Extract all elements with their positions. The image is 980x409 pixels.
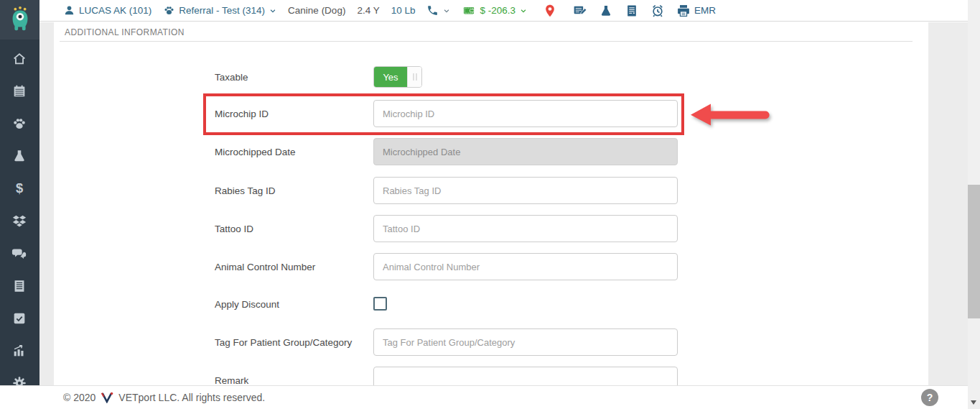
svg-text:$: $ [16, 180, 23, 196]
patient-form-card: ADDITIONAL INFORMATION Taxable Yes Micro… [54, 22, 928, 385]
microchip-id-input[interactable] [373, 100, 678, 127]
chevron-down-icon [520, 7, 527, 14]
animal-control-row: Animal Control Number [54, 253, 928, 280]
vertical-scrollbar[interactable] [968, 0, 980, 409]
animal-control-input[interactable] [373, 253, 678, 280]
apply-discount-row: Apply Discount [54, 290, 928, 318]
microchipped-date-input [373, 138, 678, 165]
patient-tag-label: Tag For Patient Group/Category [215, 328, 369, 356]
patient-person-icon [63, 4, 75, 17]
emr-button[interactable]: EMR [676, 4, 716, 18]
monster-mascot-icon [6, 5, 34, 35]
paw-icon[interactable] [11, 116, 27, 132]
apply-discount-checkbox[interactable] [373, 297, 387, 311]
printer-emr-icon [676, 4, 691, 18]
microchipped-date-label: Microchipped Date [215, 138, 369, 165]
tattoo-id-input[interactable] [373, 215, 678, 242]
taxable-label: Taxable [215, 66, 369, 88]
chat-icon[interactable] [11, 246, 27, 262]
page-background: ADDITIONAL INFORMATION Taxable Yes Micro… [39, 22, 968, 385]
flask-icon[interactable] [11, 148, 27, 164]
patient-name-label: LUCAS AK (101) [79, 5, 151, 16]
footer: © 2020 VETport LLC. All rights reserved. [0, 385, 968, 409]
dollar-icon[interactable]: $ [11, 180, 27, 196]
sidebar-nav: $ [0, 0, 39, 385]
chevron-down-icon [269, 7, 276, 14]
tattoo-id-row: Tattoo ID [54, 215, 928, 242]
taxable-toggle[interactable]: Yes [373, 66, 422, 88]
section-title: ADDITIONAL INFORMATION [65, 27, 185, 37]
vetport-logo-icon [101, 392, 113, 403]
rabies-tag-input[interactable] [373, 177, 678, 204]
remark-row: Remark [54, 367, 928, 385]
emr-label: EMR [694, 5, 716, 16]
gear-icon[interactable] [11, 375, 27, 385]
copyright-label: © 2020 [63, 392, 95, 403]
age-label: 2.4 Y [357, 5, 379, 16]
toggle-on-label: Yes [374, 67, 407, 87]
chevron-down-icon [443, 7, 450, 14]
help-question-icon: ? [927, 392, 933, 403]
phone-dropdown[interactable] [426, 4, 450, 17]
location-pin-icon[interactable] [543, 4, 557, 18]
help-button[interactable]: ? [921, 389, 938, 406]
rabies-tag-row: Rabies Tag ID [54, 177, 928, 204]
patient-name-link[interactable]: LUCAS AK (101) [63, 4, 151, 17]
species-label: Canine (Dog) [288, 5, 345, 16]
rabies-tag-label: Rabies Tag ID [215, 177, 369, 204]
microchip-id-label: Microchip ID [215, 100, 369, 127]
lab-flask-icon[interactable] [599, 4, 613, 18]
patient-tag-row: Tag For Patient Group/Category [54, 328, 928, 356]
wallet-icon [462, 4, 476, 17]
remark-input[interactable] [373, 367, 678, 385]
balance-dropdown[interactable]: $ -206.3 [462, 4, 527, 17]
toggle-handle[interactable] [407, 67, 421, 87]
taxable-row: Taxable Yes [54, 66, 928, 88]
patient-tag-input[interactable] [373, 328, 678, 356]
calendar-icon[interactable] [11, 83, 27, 99]
microchipped-date-row: Microchipped Date [54, 138, 928, 165]
animal-control-label: Animal Control Number [215, 253, 369, 280]
microchip-id-row: Microchip ID [54, 100, 928, 127]
balance-label: $ -206.3 [480, 5, 515, 16]
weight-label[interactable]: 10 Lb [391, 5, 416, 16]
client-paw-icon [163, 4, 175, 17]
app-logo[interactable] [0, 0, 39, 40]
apply-discount-label: Apply Discount [215, 290, 369, 318]
remark-label: Remark [215, 367, 369, 385]
dropbox-icon[interactable] [11, 213, 27, 229]
patient-header-bar: LUCAS AK (101) Referral - Test (314) Can… [39, 0, 968, 22]
scrollbar-thumb[interactable] [968, 185, 980, 318]
section-divider [60, 41, 913, 42]
client-selector[interactable]: Referral - Test (314) [163, 4, 276, 17]
scrollbar-down-arrow-icon[interactable] [971, 400, 976, 405]
alarm-clock-icon[interactable] [650, 4, 665, 18]
analytics-chart-icon[interactable] [11, 343, 27, 359]
client-name-label: Referral - Test (314) [179, 5, 265, 16]
phone-icon [426, 4, 439, 17]
home-icon[interactable] [11, 51, 27, 67]
task-check-icon[interactable] [11, 311, 27, 326]
tattoo-id-label: Tattoo ID [215, 215, 369, 242]
rights-label: VETport LLC. All rights reserved. [118, 392, 265, 403]
document-info-icon[interactable] [625, 4, 639, 18]
report-icon[interactable] [11, 278, 27, 294]
planboard-pencil-icon[interactable] [573, 4, 587, 18]
